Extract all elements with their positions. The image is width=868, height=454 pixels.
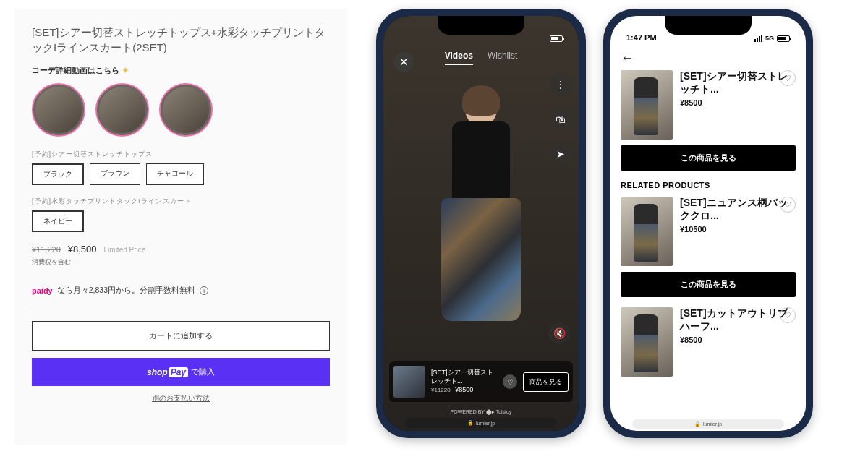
divider	[32, 309, 330, 309]
price-row: ¥11,220 ¥8,500 Limited Price	[32, 244, 330, 254]
variant1-label: [予約]シアー切替ストレッチトップス	[32, 150, 330, 159]
story-thumb-3[interactable]	[159, 83, 213, 137]
strip-price-old: ¥11220	[431, 387, 451, 393]
shop-pay-button[interactable]: shopPay で購入	[32, 358, 330, 386]
side-action-icons: ⋮ 🛍 ➤	[550, 74, 571, 165]
phone1-screen: 1:46 PM 5G ✕ Videos Wishlist ⋮ 🛍 ➤ 🔇	[383, 16, 579, 431]
mute-icon[interactable]: 🔇	[548, 322, 570, 344]
phone2-screen: 1:47 PM 5G ← [SET]シアー切替ストレッチト... ¥8500 ♡	[610, 16, 806, 431]
paidy-logo: paidy	[32, 286, 53, 295]
alt-payment-link[interactable]: 別のお支払い方法	[32, 393, 330, 403]
notch	[438, 16, 524, 35]
more-icon[interactable]: ⋮	[550, 74, 571, 95]
sparkle-icon: ✦	[122, 66, 129, 75]
story-thumbnails	[32, 83, 330, 137]
signal-label: 5G	[765, 35, 774, 42]
product-card: [SET]カットアウトリブハーフ... ¥8500 ♡	[621, 307, 796, 377]
card-price: ¥8500	[680, 98, 796, 107]
card-price: ¥8500	[680, 335, 796, 344]
heart-icon[interactable]: ♡	[780, 70, 796, 86]
card-info: [SET]シアー切替ストレッチト... ¥8500	[680, 70, 796, 140]
heart-icon[interactable]: ♡	[780, 307, 796, 323]
bag-icon[interactable]: 🛍	[550, 108, 571, 130]
price-sale: ¥8,500	[68, 244, 97, 254]
heart-icon[interactable]: ♡	[780, 197, 796, 213]
tab-videos[interactable]: Videos	[445, 51, 473, 65]
tab-wishlist[interactable]: Wishlist	[488, 51, 517, 65]
share-icon[interactable]: ➤	[550, 143, 571, 165]
strip-title: [SET]シアー切替ストレッチト...	[431, 369, 497, 385]
card-title: [SET]ニュアンス柄バッククロ...	[680, 197, 796, 222]
story-thumb-1[interactable]	[32, 83, 85, 137]
price-original: ¥11,220	[32, 245, 61, 254]
back-arrow-icon[interactable]: ←	[621, 51, 634, 66]
notch	[665, 16, 752, 35]
signal-bars-icon	[754, 35, 762, 42]
variant2-swatches: ネイビー	[32, 210, 330, 232]
phone-1: 1:46 PM 5G ✕ Videos Wishlist ⋮ 🛍 ➤ 🔇	[376, 9, 586, 438]
card-info: [SET]カットアウトリブハーフ... ¥8500	[680, 307, 796, 377]
paidy-text: なら月々2,833円から。分割手数料無料	[57, 286, 195, 296]
battery-icon	[777, 35, 790, 42]
lock-icon: 🔒	[694, 421, 701, 427]
product-strip[interactable]: [SET]シアー切替ストレッチト... ¥11220 ¥8500 ♡ 商品を見る	[389, 361, 573, 402]
url-bar[interactable]: 🔒 lumier.jp	[632, 419, 784, 429]
swatch-navy[interactable]: ネイビー	[32, 210, 84, 232]
card-title: [SET]カットアウトリブハーフ...	[680, 307, 796, 333]
model-figure	[427, 88, 535, 327]
info-icon[interactable]: i	[200, 286, 208, 295]
product-card: [SET]ニュアンス柄バッククロ... ¥10500 ♡	[621, 197, 796, 266]
price-note: Limited Price	[104, 246, 146, 254]
powered-by: POWERED BY ⬤▸ Tolstoy	[383, 409, 579, 415]
view-product-button[interactable]: この商品を見る	[621, 272, 796, 297]
product-title: [SET]シアー切替ストレッチトップス+水彩タッチプリントタックIラインスカート…	[32, 25, 330, 55]
video-heading-text: コーデ詳細動画はこちら	[32, 65, 119, 76]
strip-text: [SET]シアー切替ストレッチト... ¥11220 ¥8500	[431, 369, 497, 394]
story-thumb-2[interactable]	[95, 83, 149, 137]
lock-icon: 🔒	[467, 420, 474, 426]
card-thumbnail[interactable]	[621, 70, 673, 140]
variant2-label: [予約]水彩タッチプリントタックIラインスカート	[32, 197, 330, 206]
view-product-button[interactable]: この商品を見る	[621, 145, 796, 171]
heart-icon[interactable]: ♡	[503, 374, 517, 389]
add-to-cart-button[interactable]: カートに追加する	[32, 321, 330, 351]
viewer-tabs: Videos Wishlist	[383, 51, 579, 65]
product-page: [SET]シアー切替ストレッチトップス+水彩タッチプリントタックIラインスカート…	[14, 9, 347, 445]
card-thumbnail[interactable]	[621, 197, 673, 266]
url-bar[interactable]: 🔒 lumier.jp	[405, 418, 557, 428]
card-info: [SET]ニュアンス柄バッククロ... ¥10500	[680, 197, 796, 266]
status-right: 5G	[754, 35, 790, 42]
swatch-charcoal[interactable]: チャコール	[146, 163, 204, 185]
phone-2: 1:47 PM 5G ← [SET]シアー切替ストレッチト... ¥8500 ♡	[603, 9, 813, 438]
paidy-row: paidy なら月々2,833円から。分割手数料無料 i	[32, 286, 330, 296]
status-time: 1:47 PM	[626, 33, 657, 42]
shoppay-logo: shopPay	[147, 367, 188, 377]
url-text: lumier.jp	[476, 421, 495, 426]
swatch-black[interactable]: ブラック	[32, 163, 84, 185]
variant1-swatches: ブラック ブラウン チャコール	[32, 163, 330, 185]
shoppay-text: で購入	[191, 367, 215, 377]
swatch-brown[interactable]: ブラウン	[90, 163, 140, 185]
phone-mockups: 1:46 PM 5G ✕ Videos Wishlist ⋮ 🛍 ➤ 🔇	[376, 9, 813, 445]
strip-thumbnail	[393, 366, 425, 398]
card-title: [SET]シアー切替ストレッチト...	[680, 70, 796, 95]
video-section-heading: コーデ詳細動画はこちら ✦	[32, 65, 330, 76]
related-products-label: RELATED PRODUCTS	[621, 181, 796, 189]
card-thumbnail[interactable]	[621, 307, 673, 377]
view-product-button[interactable]: 商品を見る	[523, 372, 569, 392]
product-list-body: ← [SET]シアー切替ストレッチト... ¥8500 ♡ この商品を見る RE…	[610, 45, 806, 418]
product-card: [SET]シアー切替ストレッチト... ¥8500 ♡	[621, 70, 796, 140]
card-price: ¥10500	[680, 225, 796, 234]
battery-icon	[550, 35, 563, 42]
tax-note: 消費税を含む	[32, 257, 330, 267]
url-text: lumier.jp	[703, 421, 722, 427]
strip-price-new: ¥8500	[455, 386, 473, 393]
